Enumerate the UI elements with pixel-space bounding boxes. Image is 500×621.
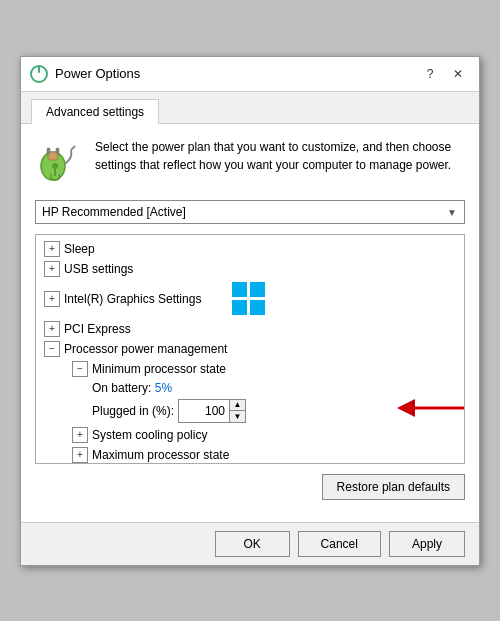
list-item-system-cooling[interactable]: + System cooling policy bbox=[36, 425, 464, 445]
label-usb: USB settings bbox=[64, 262, 133, 276]
list-item-usb[interactable]: + USB settings bbox=[36, 259, 464, 279]
power-plug-icon bbox=[35, 138, 83, 186]
label-max-proc: Maximum processor state bbox=[92, 448, 229, 462]
label-intel-graphics: Intel(R) Graphics Settings bbox=[64, 292, 201, 306]
power-options-window: Power Options ? ✕ Advanced settings bbox=[20, 56, 480, 566]
label-sleep: Sleep bbox=[64, 242, 95, 256]
plan-dropdown[interactable]: HP Recommended [Active] Balanced Power s… bbox=[35, 200, 465, 224]
apply-button[interactable]: Apply bbox=[389, 531, 465, 557]
value-on-battery: 5% bbox=[155, 381, 172, 395]
list-item-sleep[interactable]: + Sleep bbox=[36, 239, 464, 259]
tab-advanced-settings[interactable]: Advanced settings bbox=[31, 99, 159, 124]
expand-icon-pci[interactable]: + bbox=[44, 321, 60, 337]
list-item-pci[interactable]: + PCI Express bbox=[36, 319, 464, 339]
svg-rect-10 bbox=[232, 300, 247, 315]
list-item-on-battery[interactable]: On battery: 5% bbox=[36, 379, 464, 397]
windows-logo-icon bbox=[231, 281, 267, 317]
plan-dropdown-wrapper: HP Recommended [Active] Balanced Power s… bbox=[35, 200, 465, 224]
label-plugged-in: Plugged in (%): bbox=[92, 404, 174, 418]
label-system-cooling: System cooling policy bbox=[92, 428, 207, 442]
expand-icon-sleep[interactable]: + bbox=[44, 241, 60, 257]
list-item-intel-graphics[interactable]: + Intel(R) Graphics Settings bbox=[36, 279, 464, 319]
title-bar-icon bbox=[29, 64, 49, 84]
plan-dropdown-row: HP Recommended [Active] Balanced Power s… bbox=[35, 200, 465, 224]
content-area: Select the power plan that you want to c… bbox=[21, 124, 479, 522]
label-pci: PCI Express bbox=[64, 322, 131, 336]
ok-button[interactable]: OK bbox=[215, 531, 290, 557]
expand-icon-cooling[interactable]: + bbox=[72, 427, 88, 443]
cancel-button[interactable]: Cancel bbox=[298, 531, 381, 557]
list-item-proc-power[interactable]: − Processor power management bbox=[36, 339, 464, 359]
svg-rect-4 bbox=[47, 148, 50, 154]
restore-row: Restore plan defaults bbox=[35, 474, 465, 500]
spin-buttons: ▲ ▼ bbox=[229, 400, 245, 422]
label-on-battery: On battery: 5% bbox=[92, 381, 172, 395]
label-proc-power: Processor power management bbox=[64, 342, 227, 356]
intro-text: Select the power plan that you want to c… bbox=[95, 138, 465, 174]
expand-icon-usb[interactable]: + bbox=[44, 261, 60, 277]
spin-wrapper: ▲ ▼ bbox=[178, 399, 246, 423]
restore-button[interactable]: Restore plan defaults bbox=[322, 474, 465, 500]
settings-list: + Sleep + USB settings + Intel(R) Graphi… bbox=[36, 235, 464, 464]
svg-rect-1 bbox=[38, 66, 40, 73]
svg-rect-9 bbox=[250, 282, 265, 297]
svg-rect-5 bbox=[56, 148, 59, 154]
list-item-min-proc[interactable]: − Minimum processor state bbox=[36, 359, 464, 379]
expand-icon-proc[interactable]: − bbox=[44, 341, 60, 357]
svg-rect-8 bbox=[232, 282, 247, 297]
expand-icon-min-proc[interactable]: − bbox=[72, 361, 88, 377]
title-bar: Power Options ? ✕ bbox=[21, 57, 479, 92]
settings-panel[interactable]: + Sleep + USB settings + Intel(R) Graphi… bbox=[35, 234, 465, 464]
title-bar-controls: ? ✕ bbox=[417, 63, 471, 85]
close-button[interactable]: ✕ bbox=[445, 63, 471, 85]
svg-point-6 bbox=[52, 163, 58, 169]
red-arrow-icon bbox=[402, 393, 465, 423]
spin-up-button[interactable]: ▲ bbox=[229, 400, 245, 411]
list-item-max-proc[interactable]: + Maximum processor state bbox=[36, 445, 464, 464]
window-title: Power Options bbox=[55, 66, 411, 81]
svg-rect-11 bbox=[250, 300, 265, 315]
plugged-in-input[interactable] bbox=[179, 402, 229, 420]
tab-bar: Advanced settings bbox=[21, 92, 479, 124]
label-min-proc: Minimum processor state bbox=[92, 362, 226, 376]
expand-icon-max-proc[interactable]: + bbox=[72, 447, 88, 463]
expand-icon-intel[interactable]: + bbox=[44, 291, 60, 307]
spin-down-button[interactable]: ▼ bbox=[229, 411, 245, 422]
plugged-in-row: Plugged in (%): ▲ ▼ bbox=[36, 397, 464, 425]
intro-section: Select the power plan that you want to c… bbox=[35, 138, 465, 186]
help-button[interactable]: ? bbox=[417, 63, 443, 85]
button-row: OK Cancel Apply bbox=[21, 522, 479, 565]
